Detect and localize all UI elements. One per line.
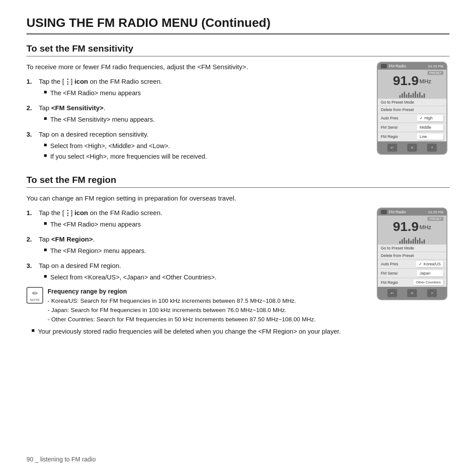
eq-bar1 (399, 95, 401, 98)
sub-bullet: The <FM Sensitivity> menu appears. (44, 115, 364, 125)
submenu1-low: Low (417, 134, 443, 140)
device1-menu-btn[interactable]: ≡ (407, 144, 417, 152)
section1-intro: To receive more or fewer FM radio freque… (26, 62, 364, 72)
section2-intro: You can change an FM region setting in p… (26, 193, 450, 203)
step2-2-content: Tap <FM Region>. The <FM Region> menu ap… (39, 234, 364, 257)
device2-menu-item3: Auto Pres ✓Korea/US (378, 260, 446, 269)
step-1: 1. Tap the [⋮] icon on the FM Radio scre… (26, 76, 364, 99)
device2-header: FM Radio 01:25 PM (378, 208, 446, 216)
section-fm-sensitivity: To set the FM sensitivity To receive mor… (26, 43, 450, 167)
device1-menu-label3: Auto Pres (381, 116, 398, 120)
device2-freq-unit: MHz (420, 224, 431, 231)
eq-bar-a1 (399, 241, 401, 244)
device2-back-btn[interactable]: ↩ (387, 289, 397, 297)
device2-wrap: FM Radio 01:25 PM PRESET 91.9MHz (377, 208, 450, 300)
bullet-icon (44, 249, 47, 251)
device2-menu-label5: FM Regio (381, 280, 398, 285)
submenu2-korea: ✓Korea/US (416, 261, 443, 267)
device2-menu-item2: Delete from Preset (378, 252, 446, 260)
section1-title: To set the FM sensitivity (26, 43, 450, 56)
device1-wrap: FM Radio 01:25 PM PRESET 91.9MHz (377, 62, 450, 155)
sub-bullet: Select from <High>, <Middle> and <Low>. (44, 141, 364, 151)
sub-bullet: The <FM Radio> menu appears (44, 89, 364, 98)
note-text: Frequency range by region - Korea/US: Se… (48, 287, 364, 324)
device2-menu-label3: Auto Pres (381, 262, 398, 266)
note-label: NOTE (30, 298, 40, 302)
bullet-icon (44, 222, 47, 225)
device2-menu-item1: Go to Preset Mode (378, 245, 446, 252)
eq-bar-a8 (415, 237, 416, 244)
step2-1: 1. Tap the [⋮] icon on the FM Radio scre… (26, 208, 364, 231)
device1-menu-item5: FM Regio Low (378, 132, 446, 141)
footer: 90 _ listening to FM radio (26, 456, 96, 463)
step3-content: Tap on a desired reception sensitivity. … (39, 129, 364, 163)
step2-3-content: Tap on a desired FM region. Select from … (39, 260, 364, 283)
eq-bar6 (410, 95, 412, 98)
device1-dot-btn[interactable]: • (427, 144, 437, 152)
sub-bullet: Select from <Korea/US>, <Japan> and <Oth… (44, 273, 364, 283)
step2-2: 2. Tap <FM Region>. The <FM Region> menu… (26, 234, 364, 257)
device2-menu-label4: FM Sensi (381, 271, 398, 275)
device1-freq: 91.9 (393, 73, 418, 88)
step2-content: Tap <FM Sensitivity>. The <FM Sensitivit… (39, 103, 364, 126)
section-fm-region: To set the FM region You can change an F… (26, 175, 450, 338)
device2-dot-btn[interactable]: • (427, 289, 437, 297)
step3-num: 3. (26, 129, 37, 163)
note-title: Frequency range by region (48, 288, 127, 295)
page: USING THE FM RADIO MENU (Continued) To s… (0, 0, 476, 476)
step1-content: Tap the [⋮] icon on the FM Radio screen.… (39, 76, 364, 99)
step1-subs: The <FM Radio> menu appears (39, 89, 364, 98)
eq-bar-a5 (408, 238, 409, 244)
device1-eq (378, 90, 446, 99)
device2-eq (378, 236, 446, 245)
device1-submenu2: Middle (417, 124, 443, 130)
device1-menu-item1: Go to Preset Mode (378, 99, 446, 106)
eq-bar-a9 (417, 240, 418, 244)
device2-time: 01:25 PM (428, 210, 443, 214)
sub-bullet: The <FM Radio> menu appears (44, 220, 364, 230)
step2-1-icon: ⋮ (64, 209, 71, 216)
note-line2: - Japan: Search for FM frequencies in 10… (48, 307, 286, 313)
eq-bar-a3 (404, 238, 405, 244)
device2: FM Radio 01:25 PM PRESET 91.9MHz (377, 208, 447, 300)
device1-menu: Go to Preset Mode Delete from Preset Aut… (378, 99, 446, 141)
eq-bar7 (413, 93, 414, 98)
device1-header: FM Radio 01:25 PM (378, 63, 446, 70)
section2-text: 1. Tap the [⋮] icon on the FM Radio scre… (26, 208, 364, 338)
sub-bullet: If you select <High>, more frequencies w… (44, 152, 364, 162)
eq-bar-a4 (406, 240, 407, 244)
note-line1: - Korea/US: Search for FM frequencies in… (48, 298, 296, 304)
eq-bar-a7 (413, 239, 414, 244)
bullet-icon (44, 275, 47, 278)
step2-1-num: 1. (26, 208, 37, 231)
device2-freq: 91.9 (393, 219, 418, 234)
step-3: 3. Tap on a desired reception sensitivit… (26, 129, 364, 163)
eq-bar2 (402, 93, 403, 98)
step2-3: 3. Tap on a desired FM region. Select fr… (26, 260, 364, 283)
final-bullet: Your previously stored radio frequencies… (32, 327, 364, 337)
bullet-icon (32, 329, 34, 332)
device2-menu-btn[interactable]: ≡ (407, 289, 417, 297)
bullet-icon (44, 91, 47, 93)
eq-bar4 (406, 94, 407, 98)
eq-bar-a6 (410, 241, 412, 244)
device1-back-btn[interactable]: ↩ (387, 144, 397, 152)
device1-menu-item3: Auto Pres ✓ High (378, 114, 446, 123)
step-2: 2. Tap <FM Sensitivity>. The <FM Sensiti… (26, 103, 364, 126)
device2-preset: PRESET (428, 217, 443, 221)
step1-icon: ⋮ (64, 78, 71, 85)
eq-bar-a2 (402, 239, 403, 244)
note-pencil-icon: ✏ (32, 289, 38, 298)
final-bullet-text: Your previously stored radio frequencies… (38, 327, 341, 337)
device1: FM Radio 01:25 PM PRESET 91.9MHz (377, 62, 447, 155)
eq-bar12 (424, 93, 425, 98)
step1-num: 1. (26, 76, 37, 99)
device1-title: FM Radio (389, 64, 406, 68)
device2-menu: Go to Preset Mode Delete from Preset Aut… (378, 245, 446, 287)
bullet-icon (44, 117, 47, 120)
device1-submenu3: Low (417, 134, 443, 140)
section1-text: To receive more or fewer FM radio freque… (26, 62, 364, 167)
section2-title: To set the FM region (26, 175, 450, 188)
device2-footer: ↩ ≡ • (378, 287, 446, 299)
step2-2-subs: The <FM Region> menu appears. (39, 246, 364, 256)
